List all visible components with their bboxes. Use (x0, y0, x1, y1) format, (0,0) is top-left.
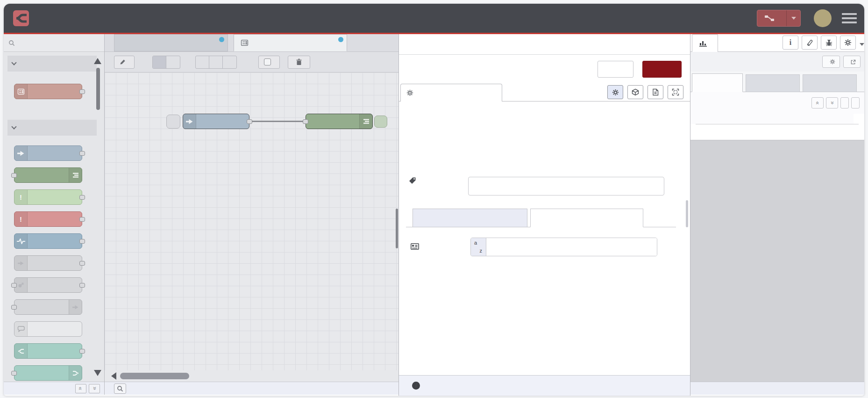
add-link-button[interactable] (840, 97, 849, 109)
expand-all-categories-button[interactable]: « (89, 384, 100, 393)
id-card-icon (411, 243, 419, 250)
node-input-port (11, 283, 17, 288)
palette-scroll-area: ! ! (4, 52, 104, 382)
subflow-output-stub[interactable] (374, 116, 387, 128)
palette-scroll-down-icon[interactable] (94, 370, 101, 376)
tray-footer: i (399, 375, 690, 396)
exclamation-icon: ! (14, 190, 28, 204)
tab-client-data[interactable] (803, 74, 857, 92)
deploy-options-button[interactable] (786, 10, 800, 26)
dashboard-subtabs (690, 72, 864, 92)
palette-section-common[interactable] (7, 120, 97, 136)
module-properties-button[interactable] (627, 85, 643, 99)
env-value-input[interactable] (486, 238, 657, 256)
description-button[interactable] (647, 85, 663, 99)
scroll-left-icon[interactable] (111, 372, 116, 380)
status-node-toggle[interactable] (258, 56, 280, 69)
info-icon: i (412, 382, 420, 390)
node-output-port (79, 261, 85, 266)
move-up-button[interactable]: « (811, 97, 824, 109)
subflow-input-stub[interactable] (166, 115, 180, 129)
search-flows-button[interactable] (114, 384, 126, 394)
inputs-1-button[interactable] (166, 56, 180, 68)
palette-node-comment[interactable] (14, 321, 82, 337)
palette-node-project-out[interactable] (14, 365, 82, 381)
horizontal-scrollbar-thumb[interactable] (120, 373, 189, 379)
tab-properties[interactable] (400, 84, 502, 101)
palette-search[interactable] (4, 34, 104, 52)
palette-node-inject[interactable] (14, 145, 82, 161)
add-page-button[interactable] (851, 97, 860, 109)
canvas-node-debug-1[interactable] (306, 114, 373, 129)
tab-dashboard-2[interactable] (692, 34, 718, 52)
palette-node-link-in[interactable] (14, 255, 82, 271)
tab-ui-preview[interactable] (530, 209, 643, 227)
help-tab-button[interactable] (802, 36, 818, 50)
exclamation-icon: ! (14, 212, 28, 226)
palette-node-complete[interactable]: ! (14, 189, 82, 205)
palette-node-status[interactable] (14, 233, 82, 249)
pages-help-text (690, 114, 854, 124)
main-menu-button[interactable] (842, 13, 857, 23)
sidebar-tabs-menu-icon[interactable] (860, 43, 864, 46)
node-palette: ! ! (4, 34, 105, 395)
open-dashboard-button[interactable] (843, 56, 861, 68)
inject-icon (14, 146, 28, 160)
inject-icon (183, 114, 196, 129)
outputs-count (209, 56, 223, 68)
node-output-port (79, 217, 85, 222)
app-window: ! ! (3, 3, 865, 396)
palette-scrollbar-thumb[interactable] (96, 68, 100, 110)
status-node-checkbox[interactable] (264, 58, 271, 65)
palette-node-subflow-1[interactable] (14, 84, 82, 99)
info-tab-button[interactable]: i (783, 36, 798, 50)
config-nodes-tab-button[interactable] (840, 36, 856, 50)
frame-icon (672, 88, 679, 96)
edit-properties-button[interactable] (114, 56, 135, 69)
palette-node-project-in[interactable] (14, 343, 82, 359)
tab-layout[interactable] (692, 73, 743, 92)
env-field-label (411, 243, 423, 250)
tab-theming[interactable] (746, 74, 800, 92)
filter-nodes-input[interactable] (18, 39, 88, 47)
cancel-button[interactable] (598, 61, 633, 78)
pages-header-row: « « (690, 92, 864, 114)
palette-section-subflows[interactable] (7, 56, 97, 72)
tab-flow-1[interactable] (114, 34, 228, 51)
debug-tab-button[interactable] (821, 36, 837, 50)
outputs-decrease-button[interactable] (196, 56, 209, 68)
wire (249, 121, 306, 122)
node-output-port[interactable] (247, 119, 252, 124)
debug-icon (69, 168, 82, 182)
palette-node-link-out[interactable] (14, 299, 82, 315)
node-output-port (79, 89, 85, 94)
node-input-port[interactable] (303, 119, 308, 124)
move-down-button[interactable]: « (826, 97, 838, 109)
node-output-port (79, 239, 85, 244)
chevron-down-icon (11, 60, 16, 65)
tray-resize-grip-left[interactable] (396, 209, 398, 248)
deploy-button[interactable] (757, 10, 801, 27)
edit-settings-button[interactable] (822, 56, 840, 68)
tab-subflow-1[interactable] (234, 34, 347, 51)
pencil-icon (120, 59, 126, 65)
edit-properties-tab-button[interactable] (607, 85, 623, 99)
app-header (4, 4, 864, 33)
canvas-node-timestamp[interactable] (183, 114, 249, 129)
appearance-button[interactable] (668, 85, 683, 99)
tab-environment-variables[interactable] (413, 209, 527, 227)
palette-node-link-call[interactable] (14, 277, 82, 293)
palette-node-debug[interactable] (14, 167, 82, 183)
palette-scroll-up-icon[interactable] (94, 58, 101, 64)
user-avatar[interactable] (814, 9, 832, 27)
outputs-increase-button[interactable] (223, 56, 236, 68)
delete-subflow-button[interactable] (288, 56, 310, 69)
inputs-0-button[interactable] (153, 56, 166, 68)
sidebar-resize-grip[interactable] (686, 200, 688, 227)
palette-node-catch[interactable]: ! (14, 211, 82, 227)
string-type-icon[interactable]: az (471, 238, 486, 256)
subflow-name-input[interactable] (468, 177, 664, 195)
collapse-all-categories-button[interactable]: « (75, 384, 86, 393)
dashboard-project-row (690, 52, 864, 72)
done-button[interactable] (642, 61, 682, 78)
